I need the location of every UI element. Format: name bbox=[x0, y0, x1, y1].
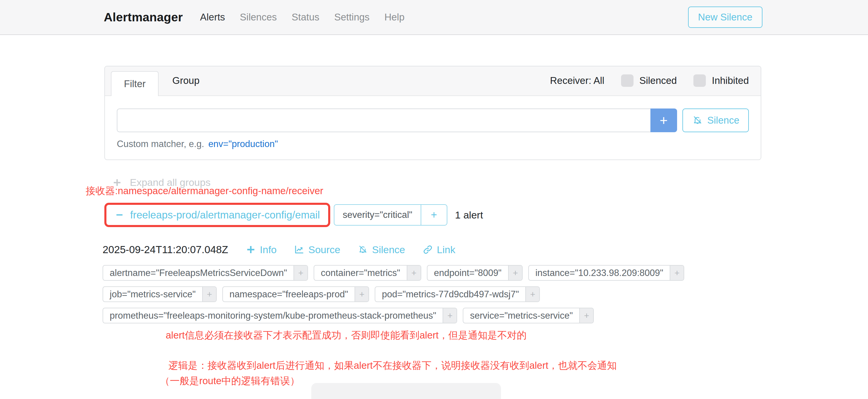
nav-item-status[interactable]: Status bbox=[292, 11, 319, 23]
matcher-example-link[interactable]: env="production" bbox=[208, 139, 278, 149]
label-add-button[interactable]: + bbox=[443, 308, 457, 323]
alert-note-annotation: alert信息必须在接收器下才表示配置成功，否则即使能看到alert，但是通知是… bbox=[166, 329, 816, 342]
add-matcher-button[interactable]: + bbox=[650, 109, 677, 132]
expand-row: Expand all groups 接收器:namespace/alterman… bbox=[104, 177, 816, 190]
alert-source-link[interactable]: Source bbox=[294, 244, 340, 255]
alert-info-button[interactable]: Info bbox=[245, 244, 277, 255]
silenced-toggle[interactable]: Silenced bbox=[621, 74, 677, 87]
link-icon bbox=[423, 244, 433, 255]
label-chip-endpoint: endpoint="8009" + bbox=[427, 265, 523, 281]
inhibited-label: Inhibited bbox=[712, 75, 749, 86]
group-matcher-add-button[interactable]: + bbox=[421, 205, 447, 225]
label-text[interactable]: endpoint="8009" bbox=[428, 266, 508, 280]
label-text[interactable]: instance="10.233.98.209:8009" bbox=[529, 266, 670, 280]
helper-text: Custom matcher, e.g. bbox=[117, 139, 204, 149]
receiver-filter-toggle[interactable]: Receiver: All bbox=[550, 75, 604, 86]
tab-filter[interactable]: Filter bbox=[111, 71, 159, 96]
label-text[interactable]: job="metrics-service" bbox=[103, 287, 202, 302]
label-add-button[interactable]: + bbox=[293, 266, 307, 280]
alert-timestamp: 2025-09-24T11:20:07.048Z bbox=[102, 244, 228, 255]
alert-count: 1 alert bbox=[455, 209, 483, 221]
label-text[interactable]: service="metrics-service" bbox=[463, 308, 579, 323]
label-row: prometheus="freeleaps-monitoring-system/… bbox=[102, 308, 816, 324]
label-chip-job: job="metrics-service" + bbox=[102, 286, 217, 302]
new-silence-button[interactable]: New Silence bbox=[688, 6, 763, 28]
alert-source-label: Source bbox=[308, 244, 340, 255]
silenced-label: Silenced bbox=[640, 75, 677, 86]
alert-labels: alertname="FreeleapsMetricsServiceDown" … bbox=[102, 265, 816, 324]
label-add-button[interactable]: + bbox=[670, 266, 684, 280]
label-add-button[interactable]: + bbox=[202, 287, 216, 302]
nav-item-silences[interactable]: Silences bbox=[240, 11, 277, 23]
nav-item-help[interactable]: Help bbox=[384, 11, 405, 23]
matcher-input-group: + bbox=[117, 109, 677, 132]
label-row: alertname="FreeleapsMetricsServiceDown" … bbox=[102, 265, 816, 281]
filter-card: Filter Group Receiver: All Silenced Inhi… bbox=[104, 66, 761, 160]
alert-header: 2025-09-24T11:20:07.048Z Info Source bbox=[102, 244, 816, 255]
silenced-checkbox[interactable] bbox=[621, 74, 633, 87]
label-add-button[interactable]: + bbox=[525, 287, 539, 302]
minus-icon bbox=[115, 210, 124, 220]
inhibited-checkbox[interactable] bbox=[693, 74, 706, 87]
label-add-button[interactable]: + bbox=[354, 287, 369, 302]
silence-from-filter-button[interactable]: Silence bbox=[682, 109, 749, 132]
receiver-highlight-box: freeleaps-prod/alertmanager-config/email bbox=[104, 203, 330, 227]
label-add-button[interactable]: + bbox=[407, 266, 421, 280]
chart-line-icon bbox=[294, 244, 305, 255]
matcher-input[interactable] bbox=[117, 109, 650, 132]
nav-item-alerts[interactable]: Alerts bbox=[200, 11, 225, 23]
top-navbar: Alertmanager Alerts Silences Status Sett… bbox=[0, 0, 868, 35]
inhibited-toggle[interactable]: Inhibited bbox=[693, 74, 749, 87]
label-chip-namespace: namespace="freeleaps-prod" + bbox=[222, 286, 369, 302]
group-matcher-chip: severity="critical" + bbox=[334, 204, 447, 225]
app-brand[interactable]: Alertmanager bbox=[104, 10, 183, 24]
alert-item: 2025-09-24T11:20:07.048Z Info Source bbox=[102, 244, 816, 342]
label-chip-alertname: alertname="FreeleapsMetricsServiceDown" … bbox=[102, 265, 308, 281]
alert-group-row: freeleaps-prod/alertmanager-config/email… bbox=[104, 203, 816, 227]
label-text[interactable]: prometheus="freeleaps-monitoring-system/… bbox=[103, 308, 443, 323]
alert-link-label: Link bbox=[437, 244, 455, 255]
tab-group[interactable]: Group bbox=[159, 66, 213, 95]
label-add-button[interactable]: + bbox=[579, 308, 593, 323]
label-text[interactable]: alertname="FreeleapsMetricsServiceDown" bbox=[103, 266, 293, 280]
filter-card-body: + Silence Custom matcher, e.g.env="produ… bbox=[105, 96, 761, 149]
alert-silence-button[interactable]: Silence bbox=[358, 244, 405, 255]
nav-item-settings[interactable]: Settings bbox=[334, 11, 369, 23]
alert-info-label: Info bbox=[260, 244, 277, 255]
filter-header-controls: Receiver: All Silenced Inhibited bbox=[550, 66, 749, 95]
group-receiver-button[interactable]: freeleaps-prod/alertmanager-config/email bbox=[110, 209, 325, 221]
group-matcher-label: severity="critical" bbox=[334, 205, 421, 225]
bell-slash-icon bbox=[692, 115, 703, 126]
label-text[interactable]: pod="metrics-77d9cdb497-wdsj7" bbox=[375, 287, 525, 302]
label-chip-pod: pod="metrics-77d9cdb497-wdsj7" + bbox=[375, 286, 540, 302]
matcher-helper: Custom matcher, e.g.env="production" bbox=[117, 139, 749, 149]
plus-icon bbox=[245, 244, 256, 255]
label-chip-prometheus: prometheus="freeleaps-monitoring-system/… bbox=[102, 308, 457, 324]
label-chip-instance: instance="10.233.98.209:8009" + bbox=[528, 265, 684, 281]
label-add-button[interactable]: + bbox=[508, 266, 522, 280]
nav-menu: Alerts Silences Status Settings Help bbox=[200, 11, 405, 23]
label-text[interactable]: namespace="freeleaps-prod" bbox=[223, 287, 354, 302]
silence-button-label: Silence bbox=[707, 115, 739, 126]
alert-silence-label: Silence bbox=[372, 244, 405, 255]
cutoff-element-artifact bbox=[311, 383, 501, 399]
label-chip-container: container="metrics" + bbox=[314, 265, 421, 281]
filter-card-header: Filter Group Receiver: All Silenced Inhi… bbox=[105, 66, 761, 96]
alert-permalink[interactable]: Link bbox=[423, 244, 455, 255]
alertmanager-page: Alertmanager Alerts Silences Status Sett… bbox=[0, 0, 868, 399]
label-chip-service: service="metrics-service" + bbox=[463, 308, 594, 324]
logic-note-annotation-1: 逻辑是：接收器收到alert后进行通知，如果alert不在接收器下，说明接收器没… bbox=[168, 359, 816, 372]
group-receiver-label: freeleaps-prod/alertmanager-config/email bbox=[130, 209, 320, 221]
receiver-path-annotation: 接收器:namespace/altermanager-config-name/r… bbox=[86, 184, 323, 197]
bell-slash-icon bbox=[358, 244, 368, 255]
alert-groups-section: Expand all groups 接收器:namespace/alterman… bbox=[104, 177, 816, 388]
label-row: job="metrics-service" + namespace="freel… bbox=[102, 286, 816, 302]
label-text[interactable]: container="metrics" bbox=[314, 266, 407, 280]
